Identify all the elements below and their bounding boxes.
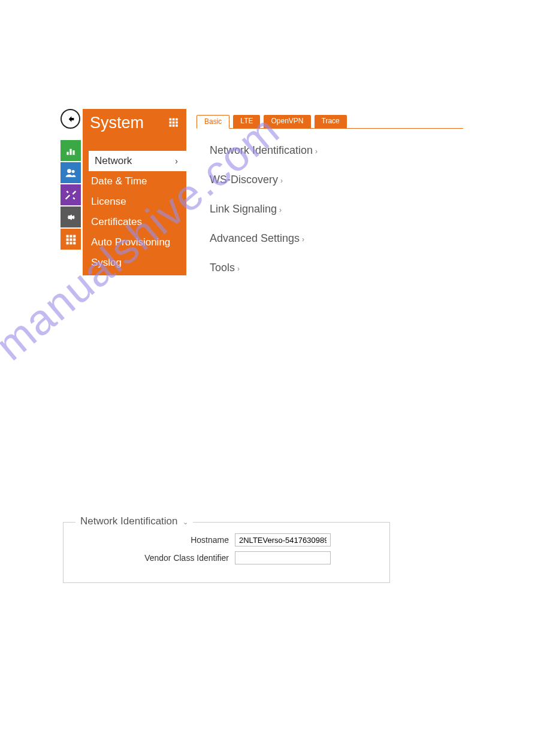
- tab-lte[interactable]: LTE: [233, 115, 260, 128]
- hostname-label: Hostname: [73, 535, 235, 545]
- fieldset-legend-label: Network Identification: [80, 515, 178, 527]
- svg-rect-13: [176, 119, 178, 121]
- svg-rect-18: [173, 125, 175, 127]
- svg-rect-12: [173, 119, 175, 121]
- sidebar-item-label: Certificates: [91, 216, 142, 228]
- sidebar-item-label: Auto Provisioning: [91, 236, 170, 248]
- sidebar-item-certificates[interactable]: Certificates: [83, 212, 186, 232]
- section-list: Network Identification› WS-Discovery› Li…: [197, 129, 463, 274]
- back-button[interactable]: [61, 109, 80, 129]
- section-label: Advanced Settings: [210, 232, 300, 244]
- svg-rect-7: [73, 238, 75, 241]
- chevron-right-icon: ›: [280, 177, 283, 185]
- svg-rect-17: [170, 125, 172, 127]
- content-panel: Basic LTE OpenVPN Trace Network Identifi…: [197, 115, 463, 291]
- sidebar-item-label: Syslog: [91, 257, 122, 269]
- chevron-down-icon: ⌄: [183, 518, 188, 526]
- icon-rail: [61, 140, 81, 251]
- tab-row: Basic LTE OpenVPN Trace: [197, 115, 463, 129]
- arrow-left-icon: [66, 114, 75, 124]
- svg-rect-3: [69, 235, 72, 237]
- svg-rect-6: [69, 238, 72, 241]
- sidebar: System Network › Date & Time License Cer…: [83, 109, 186, 275]
- sidebar-item-datetime[interactable]: Date & Time: [83, 171, 186, 192]
- vendor-class-label: Vendor Class Identifier: [73, 553, 235, 563]
- chart-icon: [65, 145, 77, 157]
- sidebar-item-label: Network: [95, 155, 132, 167]
- section-label: WS-Discovery: [210, 174, 278, 186]
- svg-rect-14: [170, 122, 172, 124]
- rail-directory[interactable]: [61, 162, 81, 183]
- section-label: Link Signaling: [210, 203, 277, 215]
- tools-icon: [65, 189, 77, 201]
- sidebar-item-network[interactable]: Network ›: [89, 151, 186, 171]
- svg-point-0: [67, 169, 71, 173]
- network-identification-fieldset: Network Identification ⌄ Hostname Vendor…: [63, 522, 390, 583]
- rail-system[interactable]: [61, 229, 81, 250]
- section-advanced-settings[interactable]: Advanced Settings›: [210, 232, 463, 245]
- svg-point-1: [72, 170, 75, 173]
- fieldset-legend[interactable]: Network Identification ⌄: [75, 515, 193, 527]
- svg-rect-8: [67, 242, 69, 244]
- section-link-signaling[interactable]: Link Signaling›: [210, 203, 463, 215]
- svg-rect-19: [176, 125, 178, 127]
- chevron-right-icon: ›: [302, 235, 304, 244]
- svg-rect-16: [176, 122, 178, 124]
- vendor-class-input[interactable]: [235, 551, 331, 564]
- section-label: Network Identification: [210, 144, 313, 156]
- section-ws-discovery[interactable]: WS-Discovery›: [210, 174, 463, 186]
- sidebar-item-label: Date & Time: [91, 175, 147, 187]
- rail-hardware[interactable]: [61, 207, 81, 227]
- svg-rect-15: [173, 122, 175, 124]
- section-label: Tools: [210, 262, 235, 274]
- sidebar-item-syslog[interactable]: Syslog: [83, 253, 186, 273]
- sidebar-item-label: License: [91, 196, 126, 208]
- tab-basic[interactable]: Basic: [197, 115, 229, 129]
- sidebar-item-autoprovisioning[interactable]: Auto Provisioning: [83, 232, 186, 253]
- gear-icon: [65, 211, 77, 223]
- svg-rect-4: [73, 235, 75, 237]
- svg-rect-10: [73, 242, 75, 244]
- tab-openvpn[interactable]: OpenVPN: [264, 115, 310, 128]
- tab-trace[interactable]: Trace: [315, 115, 347, 128]
- rail-status[interactable]: [61, 140, 81, 161]
- chevron-right-icon: ›: [237, 265, 240, 273]
- svg-rect-11: [170, 119, 172, 121]
- chevron-right-icon: ›: [315, 147, 318, 156]
- chevron-right-icon: ›: [175, 156, 178, 166]
- svg-rect-9: [69, 242, 72, 244]
- svg-rect-2: [67, 235, 69, 237]
- section-tools[interactable]: Tools›: [210, 262, 463, 274]
- hostname-input[interactable]: [235, 533, 331, 546]
- section-network-identification[interactable]: Network Identification›: [210, 144, 463, 157]
- sidebar-item-license[interactable]: License: [83, 192, 186, 212]
- chevron-right-icon: ›: [279, 206, 282, 214]
- grid-icon: [65, 233, 77, 245]
- users-icon: [65, 167, 77, 179]
- sidebar-title: System: [90, 114, 144, 132]
- grid-icon[interactable]: [168, 117, 179, 128]
- rail-services[interactable]: [61, 184, 81, 205]
- sidebar-menu: Network › Date & Time License Certificat…: [83, 151, 186, 275]
- svg-rect-5: [67, 238, 69, 241]
